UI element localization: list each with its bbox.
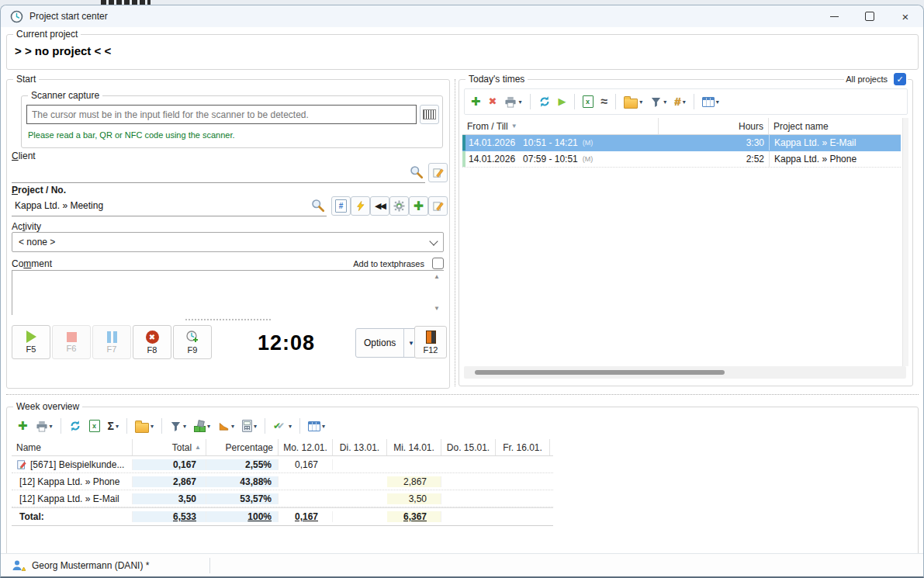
refresh-button[interactable] — [535, 94, 554, 109]
barcode-scan-button[interactable] — [420, 105, 439, 124]
print-button[interactable]: ▾ — [501, 95, 524, 109]
table-row[interactable]: 14.01.2026 07:59 - 10:51 (M) 2:52 Kappa … — [462, 151, 901, 168]
exit-button[interactable]: F12 — [414, 326, 447, 358]
cell-mo: 0,167 — [279, 511, 333, 522]
project-edit-button[interactable] — [428, 196, 448, 216]
statusbar-separator — [209, 558, 210, 573]
note-edit-icon — [16, 459, 27, 470]
scrollbar-thumb[interactable] — [475, 370, 725, 375]
column-header-name[interactable]: Name — [12, 439, 133, 455]
week-overview-group: Week overview ✚ ▾ — [6, 407, 919, 578]
column-settings-button[interactable]: ▾ — [305, 420, 328, 433]
week-overview-label: Week overview — [13, 401, 82, 412]
filter-button[interactable]: ▾ — [167, 419, 189, 434]
cell-total: 2,867 — [133, 476, 206, 487]
cancel-timer-button[interactable]: ✖ F8 — [133, 325, 171, 359]
scroll-down-icon[interactable]: ▼ — [434, 305, 440, 312]
drag-grip[interactable] — [185, 319, 271, 320]
column-header-do[interactable]: Do. 15.01. — [441, 439, 496, 455]
vertical-splitter[interactable] — [455, 79, 455, 386]
client-field — [12, 162, 425, 183]
sum-button[interactable]: Σ▾ — [105, 419, 122, 433]
vertical-scrollbar[interactable] — [902, 118, 908, 366]
round-times-button[interactable]: ≈ — [598, 95, 611, 109]
previous-project-button[interactable]: ◀◀ — [370, 196, 389, 216]
calculate-button[interactable]: ▾ — [239, 418, 260, 434]
table-row[interactable]: [12] Kappa Ltd. » Phone 2,867 43,88% 2,8… — [12, 473, 553, 490]
delete-time-entry-button[interactable]: ✖ — [486, 95, 500, 109]
folder-icon — [135, 423, 149, 433]
cell-total-label: Total: — [12, 511, 133, 522]
cell-mi: 2,867 — [387, 476, 441, 487]
column-header-project-name[interactable]: Project name — [769, 118, 901, 134]
table-row[interactable]: 14.01.2026 10:51 - 14:21 (M) 3:30 Kappa … — [462, 135, 901, 151]
add-to-textphrases-checkbox[interactable] — [432, 258, 444, 269]
scroll-up-icon[interactable]: ▲ — [434, 273, 440, 280]
column-header-mi[interactable]: Mi. 14.01. — [387, 439, 441, 455]
window-content: Current project > > no project < < Start… — [1, 27, 923, 553]
all-projects-label: All projects — [846, 74, 888, 84]
all-projects-checkbox[interactable]: ✓ — [894, 73, 906, 85]
client-input[interactable] — [12, 165, 410, 179]
comment-textarea[interactable] — [12, 271, 446, 317]
table-row[interactable]: [5671] Beispielkunde... 0,167 2,55% 0,16… — [12, 456, 553, 473]
total-row: Total: 6,533 100% 0,167 6,367 — [12, 507, 553, 526]
column-header-mo[interactable]: Mo. 12.01. — [279, 439, 333, 455]
continue-entry-button[interactable]: ▶ — [555, 95, 569, 109]
dropdown-icon: ▾ — [518, 99, 521, 106]
current-project-label: Current project — [13, 29, 81, 40]
column-header-from-till[interactable]: From / Till▼ — [462, 118, 659, 134]
column-header-hours[interactable]: Hours — [659, 118, 769, 134]
options-button[interactable]: Options ▼ — [355, 328, 418, 358]
project-label: Project / No. — [12, 185, 66, 196]
column-header-fr[interactable]: Fr. 16.01. — [496, 439, 550, 455]
column-settings-button[interactable]: ▾ — [699, 95, 722, 109]
client-search-icon[interactable] — [410, 165, 424, 179]
column-header-di[interactable]: Di. 13.01. — [333, 439, 387, 455]
chart-view-button[interactable]: ▾ — [215, 419, 237, 433]
close-button[interactable]: × — [888, 5, 923, 27]
toolbar-separator — [161, 418, 162, 434]
quick-start-button[interactable] — [351, 196, 370, 216]
excel-export-button[interactable]: x — [580, 94, 597, 109]
horizontal-splitter[interactable] — [6, 394, 919, 395]
add-time-button[interactable]: F9 — [173, 325, 212, 359]
column-header-total[interactable]: Total▲ — [133, 439, 206, 455]
cell-name: [5671] Beispielkunde... — [12, 459, 133, 470]
group-view-button[interactable]: ▾ — [191, 419, 213, 433]
open-project-button[interactable]: ▾ — [621, 94, 645, 110]
table-row[interactable]: [12] Kappa Ltd. » E-Mail 3,50 53,57% 3,5… — [12, 490, 553, 507]
excel-export-button[interactable]: x — [86, 418, 103, 434]
week-overview-header: Name Total▲ Percentage Mo. 12.01. Di. 13… — [12, 439, 553, 456]
cell-percentage: 43,88% — [206, 476, 279, 487]
project-input[interactable] — [12, 199, 311, 213]
print-button[interactable]: ▾ — [33, 419, 56, 434]
approve-button[interactable]: ✔✔ ▾ — [270, 419, 295, 433]
client-edit-button[interactable] — [428, 163, 448, 182]
project-settings-button[interactable] — [389, 196, 409, 216]
open-project-button[interactable]: ▾ — [132, 418, 157, 434]
add-entry-button[interactable]: ✚ — [15, 419, 31, 433]
scanner-input[interactable] — [26, 105, 417, 124]
comment-scrollbar[interactable]: ▲ ▼ — [431, 272, 442, 313]
start-timer-button[interactable]: F5 — [12, 325, 50, 359]
horizontal-scrollbar[interactable] — [464, 366, 906, 379]
filter-button[interactable]: ▾ — [647, 95, 670, 109]
gear-sync-icon — [393, 200, 405, 212]
dropdown-icon: ▾ — [50, 423, 53, 430]
maximize-button[interactable] — [852, 5, 888, 27]
project-number-button[interactable]: # — [331, 196, 351, 216]
add-project-button[interactable]: ✚ — [409, 196, 428, 216]
add-time-entry-button[interactable]: ✚ — [468, 95, 484, 109]
window-title: Project start center — [29, 11, 108, 22]
column-header-percentage[interactable]: Percentage — [206, 439, 279, 455]
refresh-button[interactable] — [66, 418, 85, 434]
cell-name: [12] Kappa Ltd. » E-Mail — [12, 493, 133, 504]
number-filter-button[interactable]: #▾ — [671, 95, 688, 109]
cell-project-name: Kappa Ltd. » E-Mail — [769, 135, 901, 151]
start-group: Start Scanner capture Please read a bar,… — [6, 79, 450, 389]
project-search-icon[interactable] — [311, 199, 325, 213]
play-icon: ▶ — [559, 96, 566, 107]
activity-select[interactable]: < none > — [12, 232, 444, 252]
minimize-button[interactable] — [816, 5, 852, 27]
